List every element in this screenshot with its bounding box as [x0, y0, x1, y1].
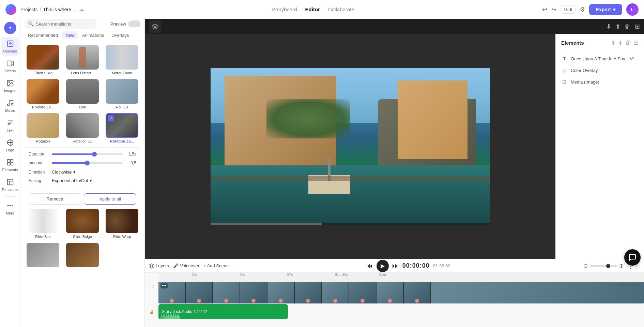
video-clip-2[interactable] [186, 282, 213, 303]
voiceover-button[interactable]: 🎤 Voiceover [173, 263, 199, 268]
video-clip-5[interactable] [267, 282, 295, 303]
tab-recommended[interactable]: Recommended [25, 31, 61, 39]
icon-bar-separator [5, 196, 16, 197]
ratio-selector[interactable]: 16:9 [561, 5, 575, 14]
svg-point-13 [10, 205, 11, 206]
grid-view-icon[interactable]: ⊞ [635, 23, 640, 30]
amount-slider[interactable] [52, 162, 123, 164]
video-clip-9[interactable] [377, 282, 404, 303]
sidebar-item-templates[interactable]: Templates [1, 175, 19, 194]
skip-forward-button[interactable]: ⏭ [392, 262, 399, 270]
sidebar-item-uploads[interactable]: Uploads [1, 37, 19, 56]
transition-item-extra1[interactable] [25, 243, 61, 267]
harbor-scene [211, 68, 490, 225]
skip-back-button[interactable]: ⏮ [366, 262, 373, 270]
play-button[interactable]: ▶ [377, 260, 389, 272]
tab-overlays[interactable]: Overlays [108, 31, 132, 39]
sidebar-item-elements[interactable]: Elements [1, 155, 19, 175]
direction-dropdown[interactable]: Clockwise ▾ [52, 169, 76, 175]
upload-icon-btn[interactable]: ⬆ [615, 23, 620, 30]
preview-toggle-switch[interactable] [128, 20, 140, 27]
sidebar-item-text[interactable]: Text [1, 116, 19, 135]
transition-item-pixelate[interactable]: Pixelate Zo... [25, 79, 61, 109]
transition-item-lens-distort[interactable]: Lens Distort... [64, 45, 101, 75]
element-item-media-image[interactable]: ⊡ Media (Image) [556, 76, 644, 88]
undo-button[interactable]: ↩ [542, 6, 547, 13]
svg-rect-1 [7, 61, 12, 66]
transition-item-slide-blur[interactable]: Slide Blur [25, 209, 61, 239]
track-options-button[interactable]: ••• [160, 283, 168, 288]
export-button[interactable]: Export ▾ [589, 4, 622, 15]
duration-slider[interactable] [52, 153, 123, 155]
right-panel-scroll-up[interactable]: ⬆ [611, 39, 615, 46]
layers-button[interactable]: Layers [149, 263, 169, 269]
easing-dropdown[interactable]: Exponential In/Out ▾ [52, 178, 92, 183]
tab-new[interactable]: New [62, 31, 78, 39]
transition-item-roll[interactable]: Roll [64, 79, 101, 109]
sidebar-item-images[interactable]: Images [1, 76, 19, 95]
transition-item-slide-warp[interactable]: Slide Warp [104, 209, 140, 239]
video-clip-8[interactable] [349, 282, 377, 303]
remove-button[interactable]: Remove [29, 193, 81, 205]
app-logo[interactable] [5, 4, 16, 15]
svg-rect-7 [7, 160, 10, 162]
add-scene-right-button[interactable]: + + Add Scene [611, 282, 640, 287]
element-item-text[interactable]: T Once Upon A Time In A Small Village, T… [556, 53, 644, 64]
avatar[interactable]: L [626, 3, 639, 16]
right-panel-delete[interactable]: 🗑 [625, 39, 631, 46]
roll-thumb [66, 79, 99, 104]
transition-item-rotation[interactable]: Rotation [25, 113, 61, 143]
tab-animations[interactable]: Animations [79, 31, 107, 39]
right-panel-grid[interactable]: ⊞ [633, 39, 639, 46]
duration-thumb[interactable] [92, 152, 97, 157]
download-icon[interactable]: ⬇ [606, 23, 611, 30]
video-clip-7[interactable] [322, 282, 349, 303]
zoom-in-button[interactable]: ⊕ [619, 263, 624, 269]
zoom-out-button[interactable]: ⊖ [583, 263, 588, 269]
right-panel-scroll-down[interactable]: ⬇ [618, 39, 623, 46]
nav-editor[interactable]: Editor [305, 6, 320, 12]
settings-icon[interactable]: ⚙ [580, 6, 585, 13]
transitions-scroll: Glitch Slide Lens Distort... Mirror Zoom [20, 42, 144, 327]
video-clip-10[interactable] [404, 282, 431, 303]
audio-clip[interactable]: Storyblock Audio 177442 [158, 304, 288, 319]
transition-item-roll-3d[interactable]: Roll 3D [104, 79, 140, 109]
transition-item-glitch-slide[interactable]: Glitch Slide [25, 45, 61, 75]
transition-item-extra2[interactable] [64, 243, 101, 267]
ruler-mark-1m16: 01m:16s [335, 273, 348, 277]
transition-item-rotation-zoom[interactable]: ✓ Rotation Zo... [104, 113, 140, 143]
nav-storyboard[interactable]: Storyboard [272, 6, 297, 12]
zoom-slider[interactable] [590, 265, 617, 267]
upload-icon[interactable] [4, 22, 16, 34]
delete-icon[interactable]: 🗑 [625, 23, 631, 30]
icon-bar: Uploads Videos Images Music Text [0, 19, 20, 327]
zoom-thumb[interactable] [606, 264, 610, 268]
video-clip-3[interactable] [213, 282, 240, 303]
sidebar-item-logo[interactable]: Logo [1, 136, 19, 155]
redo-button[interactable]: ↪ [551, 6, 556, 13]
layer-mode-icon[interactable] [149, 20, 161, 33]
apply-to-all-button[interactable]: Apply to all [84, 193, 136, 205]
slide-warp-preview [106, 209, 138, 233]
amount-label: amount [29, 161, 49, 165]
add-scene-button[interactable]: + Add Scene [203, 263, 229, 268]
transition-item-mirror-zoom[interactable]: Mirror Zoom [104, 45, 140, 75]
transition-item-slide-bulge[interactable]: Slide Bulge [64, 209, 101, 239]
element-item-color-overlay[interactable]: ◇ Color Overlay [556, 64, 644, 76]
amount-thumb[interactable] [85, 161, 90, 165]
transition-item-rotation-3d[interactable]: Rotation 3D [64, 113, 101, 143]
search-input[interactable] [36, 21, 93, 27]
video-clip-4[interactable] [240, 282, 267, 303]
breadcrumb-projects[interactable]: Projects [20, 7, 38, 12]
sidebar-item-more[interactable]: More [1, 199, 19, 218]
chat-bubble-button[interactable] [624, 249, 641, 266]
gutter-lock-icon[interactable]: 🔒 [149, 310, 154, 314]
gutter-marker-icon[interactable]: ◁ [150, 284, 153, 288]
nav-collaborate[interactable]: Collaborate [328, 6, 354, 12]
sidebar-item-music[interactable]: Music [1, 96, 19, 115]
sidebar-item-videos[interactable]: Videos [1, 57, 19, 76]
more-label: More [6, 211, 14, 215]
scrubber-progress [211, 223, 322, 225]
video-clip-6[interactable] [295, 282, 322, 303]
pixelate-label: Pixelate Zo... [32, 105, 54, 109]
